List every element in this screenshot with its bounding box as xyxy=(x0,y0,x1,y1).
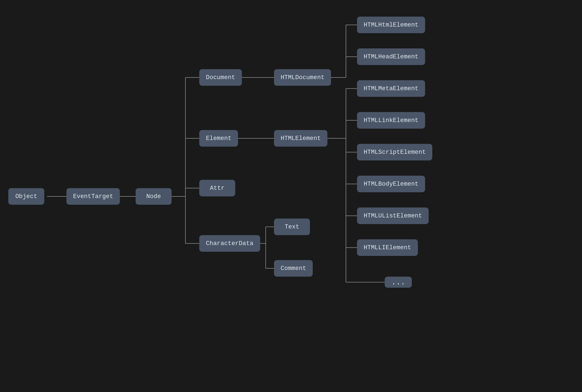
node-html-document: HTMLDocument xyxy=(274,69,331,86)
node-text: Text xyxy=(274,219,310,235)
node-node: Node xyxy=(136,188,172,205)
node-event-target: EventTarget xyxy=(66,188,120,205)
diagram-canvas: Object EventTarget Node Document Element… xyxy=(0,0,582,392)
node-html-body-element: HTMLBodyElement xyxy=(357,176,425,192)
node-comment: Comment xyxy=(274,260,313,277)
node-html-element: HTMLElement xyxy=(274,130,327,147)
node-attr: Attr xyxy=(199,180,235,196)
node-html-head-element: HTMLHeadElement xyxy=(357,48,425,65)
node-dots: ... xyxy=(385,277,412,288)
node-element: Element xyxy=(199,130,238,147)
node-html-ulist-element: HTMLUListElement xyxy=(357,207,429,224)
node-character-data: CharacterData xyxy=(199,235,260,252)
node-html-script-element: HTMLScriptElement xyxy=(357,144,432,160)
node-html-li-element: HTMLLIElement xyxy=(357,239,418,256)
node-html-link-element: HTMLLinkElement xyxy=(357,112,425,129)
node-document: Document xyxy=(199,69,242,86)
node-html-meta-element: HTMLMetaElement xyxy=(357,80,425,97)
node-object: Object xyxy=(8,188,44,205)
node-html-html-element: HTMLHtmlElement xyxy=(357,17,425,33)
